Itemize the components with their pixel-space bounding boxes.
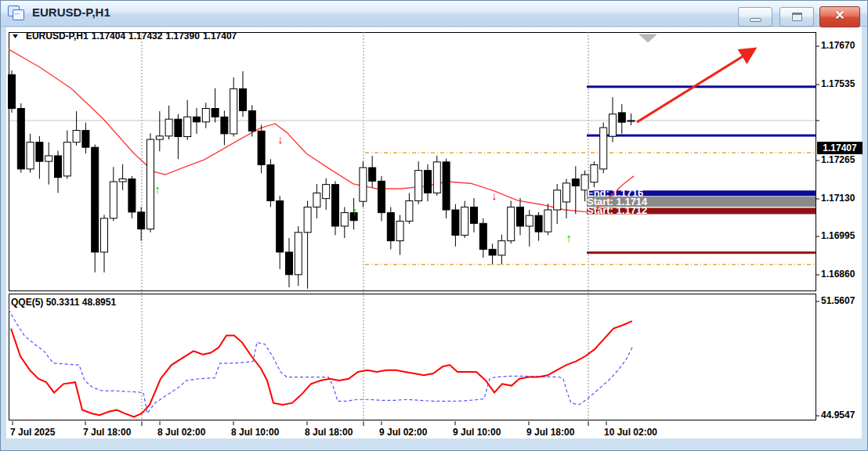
down-arrow-icon: ↓ <box>491 189 497 202</box>
up-arrow-icon: ↑ <box>154 182 161 196</box>
candle-bull <box>360 168 367 201</box>
time-axis-label: 8 Jul 02:00 <box>157 427 205 438</box>
candle-bull <box>184 117 191 136</box>
restore-icon <box>792 13 802 21</box>
candle-bull <box>406 201 413 222</box>
candle-bear <box>258 131 265 164</box>
time-axis-label: 7 Jul 2025 <box>10 427 55 438</box>
candle-bear <box>471 207 478 223</box>
candle-bear <box>128 179 136 211</box>
indicator-label: QQE(5) 50.3311 48.8951 <box>11 297 116 308</box>
candle-bear <box>425 171 432 193</box>
candle-bull <box>415 171 422 201</box>
candle-bull <box>101 218 108 252</box>
candle-bear <box>443 162 450 210</box>
time-axis-label: 9 Jul 18:00 <box>526 427 574 438</box>
candle-bull <box>295 233 302 275</box>
candle-bull <box>554 190 561 210</box>
up-arrow-icon: ↑ <box>566 231 572 244</box>
time-axis-label: 8 Jul 10:00 <box>231 427 279 438</box>
header-open: 1.17404 <box>92 31 125 41</box>
candle-bull <box>63 143 71 176</box>
chart-window: EURUSD-P,H1 ✕ ↑↓↑↓↑ ▼EURUSD-P,H11.174041… <box>0 0 868 451</box>
candle-bull <box>600 128 607 169</box>
candle-bear <box>221 117 228 134</box>
candle-bear <box>332 185 339 226</box>
candle-bear <box>572 179 579 186</box>
price-axis-label: 1.17265 <box>821 154 855 165</box>
title-bar[interactable]: EURUSD-P,H1 ✕ <box>1 1 868 27</box>
candle-bull <box>73 131 80 143</box>
candle-bear <box>452 210 459 235</box>
level-line <box>587 251 816 254</box>
candle-bear <box>286 252 293 275</box>
candle-bull <box>526 215 533 226</box>
top-triangle-marker <box>639 34 656 42</box>
price-axis-label: 1.16860 <box>821 269 855 280</box>
close-button[interactable]: ✕ <box>819 6 860 27</box>
restore-button[interactable] <box>779 7 814 27</box>
candle-bear <box>369 168 376 181</box>
dropdown-triangle-icon: ▼ <box>11 32 20 40</box>
header-symbol: EURUSD-P,H1 <box>26 31 89 41</box>
candle-bull <box>341 213 348 226</box>
candle-bull <box>396 221 403 240</box>
chart-icon-front-page <box>13 9 24 20</box>
close-icon: ✕ <box>820 8 859 23</box>
candle-bear <box>378 181 385 212</box>
moving-average-line <box>9 49 634 212</box>
candle-bull <box>45 156 52 161</box>
candle-bull <box>323 185 330 199</box>
candle-bear <box>248 110 255 131</box>
candle-bull <box>230 88 237 134</box>
minimize-icon <box>750 18 761 22</box>
time-axis-label: 9 Jul 10:00 <box>453 427 501 438</box>
candle-bear <box>92 147 99 252</box>
candle-bull <box>313 193 320 207</box>
candle-bear <box>277 201 284 252</box>
level-line <box>587 85 816 88</box>
candle-bear <box>517 207 524 226</box>
price-axis-label: 1.17670 <box>821 40 855 51</box>
candle-bull <box>304 207 311 232</box>
candle-bull <box>498 241 505 255</box>
level-line <box>587 135 816 137</box>
candle-bear <box>17 109 24 169</box>
qqe-fast-line <box>11 321 632 417</box>
candle-bear <box>240 88 247 110</box>
candle-bear <box>489 249 496 255</box>
candle-bear <box>175 119 182 136</box>
candle-bull <box>563 183 570 202</box>
candle-bull <box>544 210 552 232</box>
candle-bull <box>110 182 117 218</box>
candle-bull <box>202 109 209 122</box>
candle-bull <box>461 207 468 235</box>
candle-bear <box>9 74 16 108</box>
current-price-badge: 1.17407 <box>817 142 863 154</box>
header-close: 1.17407 <box>203 31 237 41</box>
candle-bull <box>627 121 635 121</box>
price-axis-label: 1.17535 <box>821 78 855 89</box>
indicator-axis-label: 44.9547 <box>821 410 855 420</box>
candle-bull <box>165 119 172 136</box>
down-arrow-icon: ↓ <box>277 132 284 146</box>
up-arrow-icon: ↑ <box>352 204 358 218</box>
candle-bear <box>82 131 89 148</box>
time-axis-label: 10 Jul 02:00 <box>604 427 657 438</box>
candle-bear <box>387 213 394 241</box>
candle-bear <box>55 156 62 178</box>
time-axis-label: 8 Jul 18:00 <box>305 427 353 438</box>
candle-bull <box>508 207 515 240</box>
candle-bull <box>119 179 126 182</box>
time-axis-label: 9 Jul 02:00 <box>379 427 427 438</box>
candle-bull <box>433 162 440 193</box>
candle-bull <box>609 114 617 136</box>
price-axis-label: 1.17130 <box>821 193 855 204</box>
time-axis-label: 7 Jul 18:00 <box>83 427 131 438</box>
qqe-slow-line <box>9 309 633 413</box>
candle-bear <box>618 113 625 122</box>
candle-bear <box>479 223 486 249</box>
indicator-axis-label: 51.5607 <box>821 295 855 306</box>
minimize-button[interactable] <box>738 7 772 27</box>
candle-bear <box>138 212 145 229</box>
